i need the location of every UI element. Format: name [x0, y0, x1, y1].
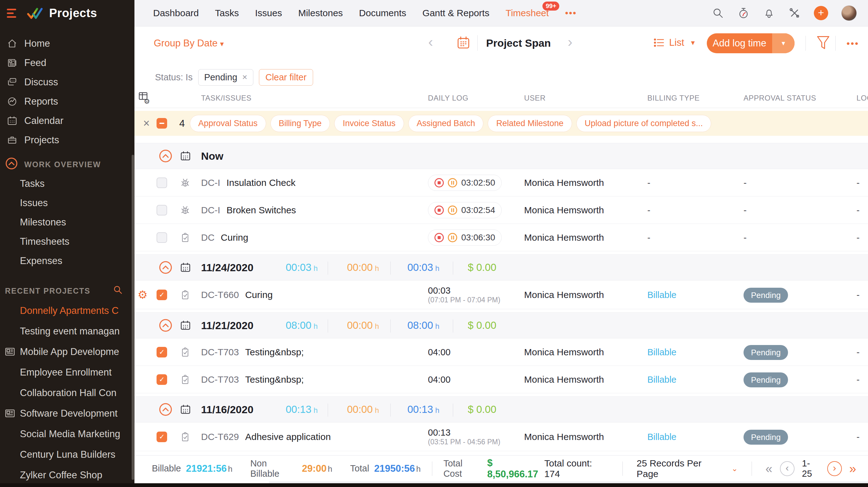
bulk-action-upload-picture-of-completed-s-[interactable]: Upload picture of completed s... [577, 115, 711, 132]
toolbar-more-button[interactable]: ••• [846, 38, 859, 49]
row-checkbox[interactable]: ✓ [157, 178, 167, 188]
recent-project-item[interactable]: Mobile App Developme [0, 342, 134, 362]
next-page-button[interactable]: › [827, 461, 842, 476]
bulk-action-assigned-batch[interactable]: Assigned Batch [408, 115, 484, 132]
billing-type[interactable]: Billable [647, 432, 677, 442]
collapse-section-icon[interactable] [5, 157, 18, 172]
view-selector[interactable]: List ▾ [654, 37, 695, 48]
topnav-item-issues[interactable]: Issues [255, 8, 282, 19]
sidebar-item-issues[interactable]: Issues [0, 193, 134, 213]
column-billing-type[interactable]: BILLING TYPE [647, 94, 700, 102]
group-by-dropdown[interactable]: Group By Date▾ [154, 38, 224, 49]
collapse-group-icon[interactable] [159, 261, 173, 274]
gear-icon[interactable]: ⚙ [137, 288, 148, 301]
billing-type[interactable]: Billable [647, 374, 677, 385]
chevron-down-icon[interactable]: ⌄ [732, 464, 738, 473]
recent-project-item[interactable]: Testing event managan [0, 321, 134, 342]
stop-timer-icon[interactable] [434, 178, 444, 187]
row-checkbox[interactable]: ✓ [157, 347, 167, 358]
project-search-icon[interactable] [113, 284, 123, 297]
topnav-item-timesheet[interactable]: Timesheet99+ [505, 8, 549, 19]
sidebar-item-home[interactable]: Home [0, 34, 134, 53]
row-checkbox[interactable]: ✓ [157, 290, 167, 300]
next-range-button[interactable]: › [568, 35, 572, 49]
row-checkbox[interactable]: ✓ [157, 205, 167, 215]
column-user[interactable]: USER [524, 94, 546, 102]
notifications-bell-icon[interactable] [763, 7, 775, 19]
table-row[interactable]: ✓DC-IBroken Switches03:02:54Monica Hemsw… [134, 196, 868, 224]
task-name[interactable]: Testing&nbsp; [245, 347, 304, 358]
sidebar-item-tasks[interactable]: Tasks [0, 174, 134, 193]
task-name[interactable]: Curing [221, 232, 248, 243]
filter-icon[interactable] [816, 35, 830, 51]
quick-add-button[interactable]: + [814, 6, 828, 20]
user-avatar[interactable] [841, 5, 857, 21]
recent-project-item[interactable]: Donnelly Apartments C [0, 301, 134, 321]
billing-type[interactable]: Billable [647, 290, 677, 300]
timer-icon[interactable] [737, 7, 750, 19]
first-page-button[interactable]: « [765, 462, 772, 475]
pause-timer-icon[interactable] [448, 178, 457, 187]
filter-chip-pending[interactable]: Pending× [198, 69, 253, 86]
column-settings-icon[interactable]: ⚙ [138, 91, 151, 105]
column-log[interactable]: LOG [857, 94, 868, 102]
add-log-time-button[interactable]: Add log time ▾ [707, 33, 795, 53]
table-row[interactable]: ✓DCCuring03:06:30Monica Hemsworth--- [134, 224, 868, 251]
pause-timer-icon[interactable] [448, 206, 457, 215]
column-approval-status[interactable]: APPROVAL STATUS [744, 94, 816, 102]
bulk-action-approval-status[interactable]: Approval Status [190, 115, 266, 132]
collapse-group-icon[interactable] [159, 318, 173, 332]
column-task-issues[interactable]: TASK/ISSUES [201, 94, 251, 102]
sidebar-item-milestones[interactable]: Milestones [0, 213, 134, 232]
task-name[interactable]: Curing [245, 290, 273, 300]
section-work-overview[interactable]: WORK OVERVIEW [0, 155, 134, 174]
task-name[interactable]: Adhesive application [245, 432, 331, 442]
stop-timer-icon[interactable] [434, 206, 444, 215]
row-checkbox[interactable]: ✓ [157, 232, 167, 243]
sidebar-item-timesheets[interactable]: Timesheets [0, 232, 134, 251]
recent-project-item[interactable]: Zylker Coffee Shop [0, 465, 134, 485]
sidebar-item-discuss[interactable]: Discuss [0, 72, 134, 92]
recent-project-item[interactable]: Collaboration Hall Con [0, 383, 134, 403]
task-name[interactable]: Testing&nbsp; [245, 374, 304, 385]
select-all-checkbox[interactable] [157, 118, 167, 129]
task-name[interactable]: Insulation Check [226, 178, 296, 188]
hamburger-menu-icon[interactable] [7, 8, 21, 19]
sidebar-item-expenses[interactable]: Expenses [0, 251, 134, 271]
bulk-action-billing-type[interactable]: Billing Type [271, 115, 330, 132]
calendar-icon[interactable] [457, 36, 470, 50]
sidebar-item-reports[interactable]: Reports [0, 92, 134, 111]
column-daily-log[interactable]: DAILY LOG [428, 94, 468, 102]
last-page-button[interactable]: » [849, 462, 856, 475]
bulk-action-invoice-status[interactable]: Invoice Status [334, 115, 404, 132]
recent-project-item[interactable]: Social Media Marketing [0, 424, 134, 444]
task-name[interactable]: Broken Switches [226, 205, 296, 215]
topnav-item-milestones[interactable]: Milestones [298, 8, 343, 19]
topnav-item-gantt-reports[interactable]: Gantt & Reports [422, 8, 489, 19]
prev-page-button[interactable]: ‹ [780, 461, 795, 476]
table-row[interactable]: ✓DC-T629Adhesive application00:13(03:51 … [134, 423, 868, 451]
recent-project-item[interactable]: Century Luna Builders [0, 444, 134, 465]
sidebar-item-feed[interactable]: Feed [0, 53, 134, 72]
tools-icon[interactable] [788, 7, 801, 19]
nav-more-button[interactable]: ••• [565, 8, 577, 19]
topnav-item-tasks[interactable]: Tasks [215, 8, 239, 19]
clear-filter-button[interactable]: Clear filter [259, 69, 313, 86]
search-icon[interactable] [712, 7, 724, 19]
add-log-time-dropdown[interactable]: ▾ [772, 33, 795, 53]
table-row[interactable]: ✓DC-T703Testing&nbsp;04:00Monica Hemswor… [134, 366, 868, 393]
recent-project-item[interactable]: Software Development [0, 403, 134, 424]
row-checkbox[interactable]: ✓ [157, 374, 167, 385]
close-selection-icon[interactable]: × [143, 118, 150, 129]
topnav-item-documents[interactable]: Documents [359, 8, 406, 19]
table-row[interactable]: ✓DC-IInsulation Check03:02:50Monica Hems… [134, 169, 868, 196]
row-checkbox[interactable]: ✓ [157, 432, 167, 442]
records-per-page-select[interactable]: 25 Records Per Page [637, 458, 724, 479]
table-row[interactable]: ✓DC-T703Testing&nbsp;04:00Monica Hemswor… [134, 338, 868, 366]
collapse-group-icon[interactable] [159, 403, 173, 416]
billing-type[interactable]: Billable [647, 347, 677, 357]
stop-timer-icon[interactable] [434, 233, 444, 242]
table-row[interactable]: ⚙✓DC-T660Curing00:03(07:01 PM - 07:04 PM… [134, 280, 868, 309]
zoho-projects-logo-icon[interactable] [26, 6, 43, 21]
sidebar-scrollbar[interactable] [132, 155, 134, 480]
